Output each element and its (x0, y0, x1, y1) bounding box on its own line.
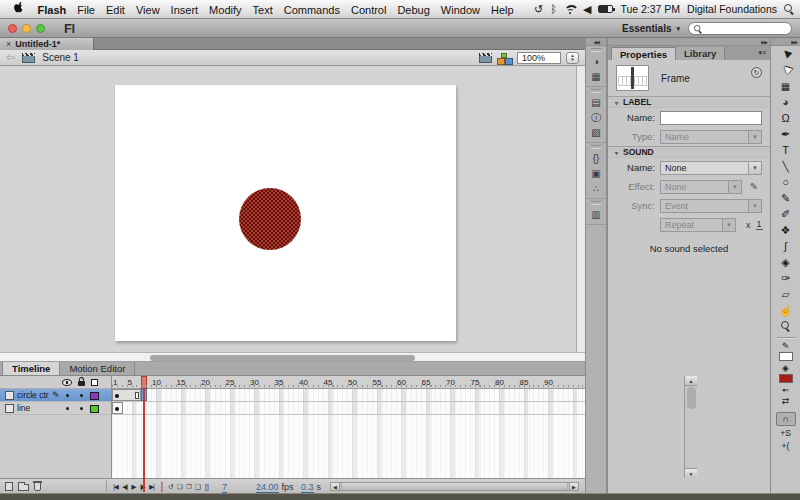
black-and-white-button[interactable]: ▪▫ (782, 384, 788, 395)
stage-vertical-scrollbar[interactable] (576, 66, 585, 352)
current-frame-value[interactable]: 7 (222, 482, 227, 492)
fps-number[interactable]: 24.00 (256, 482, 279, 493)
loop-button[interactable]: ↺ (166, 480, 175, 493)
layer-unlocked-dot[interactable] (80, 394, 83, 397)
close-tab-icon[interactable]: × (6, 39, 11, 49)
brush-tool[interactable]: ✐ (775, 206, 797, 222)
tab-timeline[interactable]: Timeline (2, 362, 60, 375)
zoom-tool[interactable] (775, 318, 797, 334)
lock-all-layers-icon[interactable] (78, 381, 85, 386)
wifi-icon[interactable] (564, 4, 576, 14)
show-hide-all-layers-icon[interactable] (62, 379, 72, 386)
layer-color-swatch-1[interactable] (90, 405, 99, 413)
frames-row-line[interactable] (112, 402, 585, 415)
pen-tool[interactable]: ✒ (775, 126, 797, 142)
line-tool[interactable]: ╲ (775, 158, 797, 174)
menu-account[interactable]: Digital Foundations (687, 3, 777, 15)
dropdown-arrow-icon[interactable]: ▼ (748, 162, 761, 174)
code-snippets-panel-icon[interactable]: {} (586, 151, 606, 166)
motion-presets-panel-icon[interactable]: ∴ (586, 181, 606, 196)
edit-symbols-button[interactable] (497, 53, 512, 64)
outline-all-layers-icon[interactable] (91, 379, 98, 386)
scrollbar-thumb[interactable] (341, 483, 568, 490)
stage-horizontal-scrollbar[interactable] (0, 352, 585, 362)
apple-menu[interactable] (6, 0, 32, 18)
edit-sound-envelope-button[interactable]: ✎ (746, 180, 762, 194)
3d-rotation-tool[interactable]: ◕ (775, 94, 797, 110)
menu-modify[interactable]: Modify (204, 1, 247, 19)
transform-panel-icon[interactable]: ▧ (586, 125, 606, 140)
new-folder-button[interactable] (18, 484, 29, 491)
stepper-down-icon[interactable]: ▼ (570, 58, 574, 63)
menu-edit[interactable]: Edit (100, 1, 130, 19)
stage-zoom-input[interactable]: 100% (517, 52, 561, 64)
menu-text[interactable]: Text (247, 1, 278, 19)
paint-bucket-tool[interactable]: ◈ (775, 254, 797, 270)
zoom-stepper[interactable]: ▲▼ (566, 52, 579, 64)
menu-debug[interactable]: Debug (392, 1, 435, 19)
playhead-line[interactable] (143, 390, 145, 492)
menu-window[interactable]: Window (435, 1, 485, 19)
back-arrow-icon[interactable]: ⇦ (6, 51, 15, 64)
color-panel-icon[interactable]: ◑ (586, 54, 606, 69)
document-tab[interactable]: × Untitled-1* (0, 38, 94, 50)
play-button[interactable]: ▶ (129, 480, 138, 493)
timeline-horizontal-scrollbar[interactable]: ◀ ▶ (330, 482, 579, 491)
frames-area[interactable]: 151015202530354045505560657075808590 ▲ ▼ (112, 376, 585, 478)
menu-help[interactable]: Help (485, 1, 519, 19)
scrollbar-thumb[interactable] (687, 387, 696, 409)
layer-name[interactable]: line (17, 403, 30, 413)
align-panel-icon[interactable]: ▤ (586, 95, 606, 110)
new-layer-button[interactable] (5, 482, 13, 491)
stage-canvas[interactable] (115, 85, 456, 341)
delete-layer-button[interactable] (34, 482, 41, 491)
playhead-marker[interactable] (141, 376, 147, 389)
live-help-icon[interactable]: ↻ (751, 67, 762, 78)
menu-file[interactable]: File (72, 1, 101, 19)
edit-multiple-frames-button[interactable]: ❑ (193, 480, 202, 493)
tab-library[interactable]: Library (676, 47, 725, 60)
battery-icon[interactable] (598, 5, 613, 13)
layer-row-line[interactable]: line (0, 402, 111, 415)
layer-visible-dot[interactable] (66, 407, 69, 410)
tab-motion-editor[interactable]: Motion Editor (60, 362, 135, 375)
layer-visible-dot[interactable] (66, 394, 69, 397)
go-to-first-frame-button[interactable]: |◀ (111, 480, 120, 493)
step-back-button[interactable]: ◀| (120, 480, 129, 493)
bluetooth-icon[interactable]: ᛒ (550, 3, 557, 15)
time-machine-icon[interactable]: ↺ (534, 3, 543, 15)
scroll-right-icon[interactable]: ▶ (569, 483, 578, 490)
center-frame-button[interactable]: ┆ (157, 480, 166, 493)
scene-label[interactable]: Scene 1 (42, 52, 79, 63)
text-tool[interactable]: T (775, 142, 797, 158)
onion-skin-outlines-button[interactable]: ❐ (184, 480, 193, 493)
expand-panels-button[interactable]: ◀◀ (586, 38, 606, 46)
bone-tool[interactable]: ʃ (775, 238, 797, 254)
hand-tool[interactable]: ☝ (775, 302, 797, 318)
pencil-tool[interactable]: ✎ (775, 190, 797, 206)
selected-circle-shape[interactable] (239, 188, 301, 250)
onion-skin-button[interactable]: ❏ (175, 480, 184, 493)
scroll-left-icon[interactable]: ◀ (331, 483, 340, 490)
fill-color-swatch[interactable] (779, 374, 793, 383)
label-section-header[interactable]: ▿ LABEL (608, 96, 770, 108)
frame-number[interactable]: 7 (222, 482, 227, 493)
info-panel-icon[interactable]: ⓘ (586, 110, 606, 125)
time-number[interactable]: 0.3 (301, 482, 314, 493)
modify-markers-button[interactable]: [·] (202, 480, 211, 493)
menu-insert[interactable]: Insert (165, 1, 204, 19)
sound-section-header[interactable]: ▿ SOUND (608, 146, 770, 158)
scroll-down-icon[interactable]: ▼ (685, 468, 697, 478)
frame-ruler[interactable]: 151015202530354045505560657075808590 (112, 376, 585, 389)
frame-rate-value[interactable]: 24.00fps (256, 482, 294, 492)
lasso-tool[interactable]: Ω (775, 110, 797, 126)
menu-view[interactable]: View (130, 1, 165, 19)
deco-tool[interactable]: ❖ (775, 222, 797, 238)
straighten-button[interactable]: +( (782, 439, 790, 452)
project-panel-icon[interactable]: ▥ (586, 207, 606, 222)
layer-color-swatch-0[interactable] (90, 392, 99, 400)
edit-scene-button[interactable] (479, 53, 492, 63)
frame-label-input[interactable] (660, 111, 762, 125)
search-input[interactable] (688, 22, 792, 35)
layer-row-circle-ctr[interactable]: circle ctr ✎ (0, 389, 111, 402)
